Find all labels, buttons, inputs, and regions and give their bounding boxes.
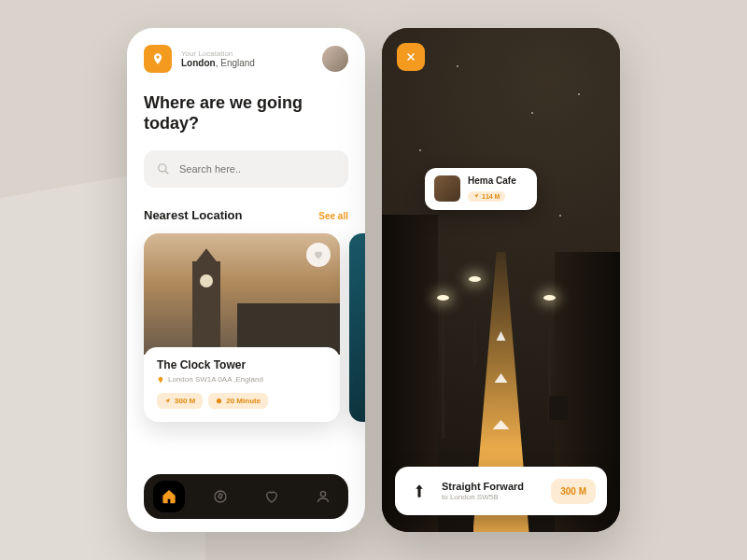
nav-arrow-icon [473,193,479,199]
location-card-peek[interactable] [349,233,365,422]
location-card[interactable]: The Clock Tower London SW1A 0AA ,England… [144,233,340,422]
clock-icon [216,398,222,404]
phone-home: Your Locatation London, England Where ar… [127,28,365,532]
direction-icon-wrap [406,478,432,504]
bottom-nav [144,474,348,519]
svg-point-4 [320,492,325,497]
location-value: London, England [181,58,313,68]
close-button[interactable] [397,43,425,71]
hero-heading: Where are we going today? [144,93,312,133]
user-icon [316,489,331,504]
card-body: The Clock Tower London SW1A 0AA ,England… [144,347,340,422]
card-chips: 300 M 20 Minute [157,393,327,409]
poi-info: Hema Cafe 114 M [468,175,516,203]
direction-card[interactable]: Straight Forward to London SW5B 300 M [395,467,607,515]
search-input[interactable] [144,150,348,188]
nav-profile[interactable] [307,481,339,512]
section-header: Nearest Location See all [144,208,348,222]
search-icon [157,162,170,175]
nav-favorites[interactable] [256,481,288,512]
heart-icon [264,489,279,504]
distance-chip: 300 M [157,393,203,409]
home-icon [162,489,176,504]
direction-text: Straight Forward to London SW5B [442,481,542,501]
search-field[interactable] [179,163,335,175]
location-text[interactable]: Your Locatation London, England [181,49,313,68]
compass-icon [213,489,228,504]
favorite-button[interactable] [306,243,331,267]
nav-explore[interactable] [204,481,236,512]
phone-ar-nav: Hema Cafe 114 M Straight Forward to Lond… [382,28,620,532]
header: Your Locatation London, England [144,45,348,73]
nav-arrow-icon [164,398,171,404]
card-image [144,233,340,355]
svg-line-1 [165,171,169,175]
straight-arrow-icon [411,483,428,499]
svg-point-0 [159,164,166,172]
pin-icon [157,376,164,384]
card-address: London SW1A 0AA ,England [157,375,327,384]
card-carousel[interactable]: The Clock Tower London SW1A 0AA ,England… [144,233,348,422]
see-all-link[interactable]: See all [318,211,348,221]
poi-title: Hema Cafe [468,175,516,186]
camera-view [382,28,620,532]
direction-distance: 300 M [551,479,596,504]
poi-thumbnail [434,175,460,202]
close-icon [405,51,416,63]
poi-card[interactable]: Hema Cafe 114 M [425,168,537,210]
location-label: Your Locatation [181,49,313,58]
section-title: Nearest Location [144,208,242,222]
heart-icon [313,249,324,260]
direction-subtitle: to London SW5B [442,493,542,501]
poi-distance-chip: 114 M [468,191,505,202]
location-icon[interactable] [144,45,172,73]
nav-home[interactable] [153,481,185,512]
svg-point-3 [215,491,226,502]
card-title: The Clock Tower [157,358,327,371]
avatar[interactable] [322,46,348,72]
direction-title: Straight Forward [442,481,542,492]
time-chip: 20 Minute [208,393,268,409]
